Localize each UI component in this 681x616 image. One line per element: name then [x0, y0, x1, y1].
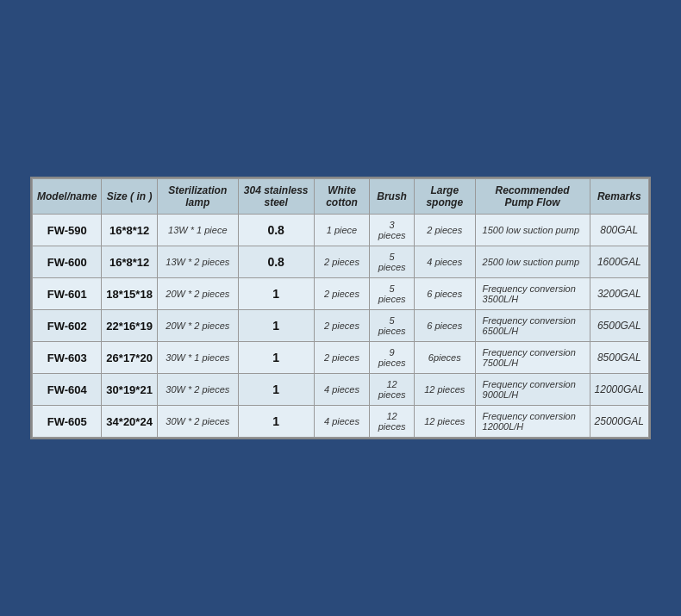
- header-cotton: White cotton: [314, 179, 370, 215]
- cell-brush: 5 pieces: [370, 310, 415, 342]
- cell-brush: 9 pieces: [370, 342, 415, 374]
- table-row: FW-59016*8*1213W * 1 piece0.81 piece3 pi…: [33, 215, 649, 246]
- cell-brush: 5 pieces: [370, 278, 415, 310]
- cell-remarks: 800GAL: [590, 215, 648, 246]
- cell-size: 22*16*19: [102, 310, 158, 342]
- cell-cotton: 2 pieces: [314, 246, 370, 278]
- header-stainless: 304 stainless steel: [238, 179, 314, 215]
- cell-pump: Frequency conversion 9000L/H: [475, 374, 590, 406]
- cell-sponge: 6 pieces: [414, 310, 475, 342]
- product-table: Model/name Size ( in ) Sterilization lam…: [32, 178, 649, 438]
- cell-size: 34*20*24: [102, 406, 158, 438]
- cell-model: FW-590: [33, 215, 102, 246]
- cell-brush: 3 pieces: [370, 215, 415, 246]
- cell-remarks: 12000GAL: [590, 374, 648, 406]
- header-remarks: Remarks: [590, 179, 648, 215]
- cell-size: 30*19*21: [102, 374, 158, 406]
- cell-remarks: 25000GAL: [590, 406, 648, 438]
- cell-lamp: 30W * 2 pieces: [157, 406, 238, 438]
- cell-stainless: 0.8: [238, 246, 314, 278]
- header-lamp: Sterilization lamp: [157, 179, 238, 215]
- cell-brush: 12 pieces: [370, 406, 415, 438]
- cell-remarks: 3200GAL: [590, 278, 648, 310]
- table-row: FW-60118*15*1820W * 2 pieces12 pieces5 p…: [33, 278, 649, 310]
- cell-sponge: 12 pieces: [414, 406, 475, 438]
- table-row: FW-60016*8*1213W * 2 pieces0.82 pieces5 …: [33, 246, 649, 278]
- cell-sponge: 6 pieces: [414, 278, 475, 310]
- cell-cotton: 1 piece: [314, 215, 370, 246]
- cell-size: 26*17*20: [102, 342, 158, 374]
- header-sponge: Large sponge: [414, 179, 475, 215]
- cell-model: FW-600: [33, 246, 102, 278]
- cell-remarks: 1600GAL: [590, 246, 648, 278]
- cell-pump: 1500 low suction pump: [475, 215, 590, 246]
- table-row: FW-60222*16*1920W * 2 pieces12 pieces5 p…: [33, 310, 649, 342]
- cell-lamp: 30W * 1 pieces: [157, 342, 238, 374]
- cell-model: FW-605: [33, 406, 102, 438]
- cell-stainless: 1: [238, 278, 314, 310]
- header-size: Size ( in ): [102, 179, 158, 215]
- cell-lamp: 20W * 2 pieces: [157, 278, 238, 310]
- cell-stainless: 0.8: [238, 215, 314, 246]
- header-pump: Recommended Pump Flow: [475, 179, 590, 215]
- header-model: Model/name: [33, 179, 102, 215]
- cell-model: FW-602: [33, 310, 102, 342]
- cell-model: FW-604: [33, 374, 102, 406]
- cell-pump: Frequency conversion 3500L/H: [475, 278, 590, 310]
- cell-pump: Frequency conversion 6500L/H: [475, 310, 590, 342]
- cell-pump: Frequency conversion 7500L/H: [475, 342, 590, 374]
- table-header-row: Model/name Size ( in ) Sterilization lam…: [33, 179, 649, 215]
- cell-cotton: 2 pieces: [314, 310, 370, 342]
- cell-lamp: 20W * 2 pieces: [157, 310, 238, 342]
- cell-sponge: 6pieces: [414, 342, 475, 374]
- main-table-container: Model/name Size ( in ) Sterilization lam…: [30, 177, 651, 439]
- cell-size: 18*15*18: [102, 278, 158, 310]
- cell-model: FW-601: [33, 278, 102, 310]
- table-row: FW-60534*20*2430W * 2 pieces14 pieces12 …: [33, 406, 649, 438]
- cell-size: 16*8*12: [102, 246, 158, 278]
- table-row: FW-60430*19*2130W * 2 pieces14 pieces12 …: [33, 374, 649, 406]
- table-row: FW-60326*17*2030W * 1 pieces12 pieces9 p…: [33, 342, 649, 374]
- cell-pump: Frequency conversion 12000L/H: [475, 406, 590, 438]
- cell-sponge: 4 pieces: [414, 246, 475, 278]
- cell-stainless: 1: [238, 406, 314, 438]
- cell-cotton: 4 pieces: [314, 406, 370, 438]
- cell-lamp: 13W * 2 pieces: [157, 246, 238, 278]
- cell-stainless: 1: [238, 310, 314, 342]
- cell-cotton: 2 pieces: [314, 342, 370, 374]
- cell-pump: 2500 low suction pump: [475, 246, 590, 278]
- cell-cotton: 2 pieces: [314, 278, 370, 310]
- cell-remarks: 6500GAL: [590, 310, 648, 342]
- cell-stainless: 1: [238, 374, 314, 406]
- cell-cotton: 4 pieces: [314, 374, 370, 406]
- cell-size: 16*8*12: [102, 215, 158, 246]
- cell-remarks: 8500GAL: [590, 342, 648, 374]
- cell-sponge: 12 pieces: [414, 374, 475, 406]
- cell-brush: 5 pieces: [370, 246, 415, 278]
- cell-model: FW-603: [33, 342, 102, 374]
- cell-brush: 12 pieces: [370, 374, 415, 406]
- header-brush: Brush: [370, 179, 415, 215]
- cell-lamp: 30W * 2 pieces: [157, 374, 238, 406]
- cell-stainless: 1: [238, 342, 314, 374]
- cell-lamp: 13W * 1 piece: [157, 215, 238, 246]
- cell-sponge: 2 pieces: [414, 215, 475, 246]
